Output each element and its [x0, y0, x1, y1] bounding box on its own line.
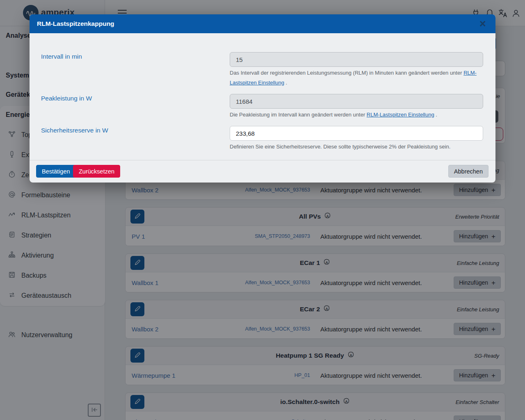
safety-reserve-label: Sicherheitsreserve in W: [41, 127, 108, 134]
peak-power-label: Peakleistung in W: [41, 95, 92, 102]
peak-power-help: Die Peakleistung im Intervall kann geänd…: [230, 110, 486, 120]
safety-reserve-input[interactable]: [230, 126, 483, 141]
modal-header: RLM-Lastspitzenkappung ×: [30, 14, 495, 33]
peak-power-input[interactable]: [230, 94, 483, 109]
modal-footer-divider: [30, 160, 495, 160]
modal-title: RLM-Lastspitzenkappung: [37, 20, 114, 27]
reset-button[interactable]: Zurücksetzen: [73, 165, 120, 178]
modal-close-button[interactable]: ×: [476, 17, 490, 31]
cancel-button[interactable]: Abbrechen: [448, 165, 488, 178]
rlm-modal: RLM-Lastspitzenkappung × Intervall in mi…: [30, 14, 495, 183]
interval-label: Intervall in min: [41, 53, 82, 60]
confirm-button[interactable]: Bestätigen: [36, 165, 76, 178]
safety-reserve-help: Definieren Sie eine Sicherheitsreserve. …: [230, 142, 486, 152]
close-icon: ×: [479, 18, 486, 30]
interval-help: Das Intervall der registrierenden Leistu…: [230, 68, 486, 88]
rlm-settings-link[interactable]: RLM-Lastspitzen Einstellung: [367, 112, 434, 118]
interval-input[interactable]: [230, 52, 483, 67]
app: amperix Analyse System Gerätek Energie T…: [0, 0, 525, 420]
